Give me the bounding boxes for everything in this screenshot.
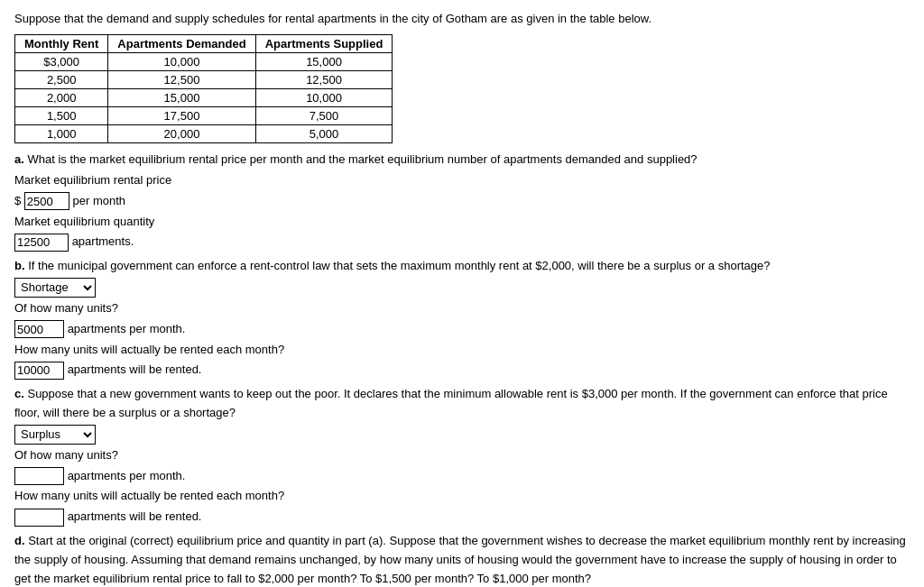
table-cell: 12,500	[255, 71, 393, 89]
of-how-many-c: Of how many units?	[14, 446, 910, 465]
supply-demand-table: Monthly Rent Apartments Demanded Apartme…	[14, 34, 393, 143]
part-d-label: d.	[14, 534, 25, 547]
table-cell: 12,500	[108, 71, 255, 89]
table-cell: 20,000	[108, 125, 255, 143]
part-c-label: c.	[14, 387, 24, 400]
rented-input-c[interactable]	[14, 509, 64, 527]
of-how-many-b: Of how many units?	[14, 299, 910, 318]
part-c-question: Suppose that a new government wants to k…	[14, 387, 888, 419]
price-input[interactable]	[24, 192, 69, 210]
part-b-label: b.	[14, 259, 25, 272]
apts-per-month-c: apartments per month.	[68, 469, 186, 482]
rented-input-b[interactable]	[14, 362, 64, 380]
col-header-demanded: Apartments Demanded	[108, 35, 255, 53]
part-b-question: If the municipal government can enforce …	[28, 259, 770, 272]
apartments-label: apartments.	[72, 234, 134, 248]
table-cell: 10,000	[255, 89, 393, 107]
quantity-label: Market equilibrium quantity	[14, 213, 910, 232]
dollar-sign: $	[14, 194, 21, 207]
table-cell: 2,000	[15, 89, 108, 107]
table-cell: 1,000	[15, 125, 108, 143]
table-cell: 7,500	[255, 107, 393, 125]
units-input-b[interactable]	[14, 320, 64, 338]
table-cell: 1,500	[15, 107, 108, 125]
table-cell: 17,500	[108, 107, 255, 125]
units-input-c[interactable]	[14, 467, 64, 485]
table-cell: 2,500	[15, 71, 108, 89]
table-cell: $3,000	[15, 53, 108, 71]
part-d-question: Start at the original (correct) equilibr…	[14, 534, 906, 585]
table-cell: 10,000	[108, 53, 255, 71]
part-a-label: a.	[14, 152, 24, 166]
col-header-supplied: Apartments Supplied	[255, 35, 393, 53]
how-many-rented-b: How many units will actually be rented e…	[14, 341, 910, 360]
part-d: d. Start at the original (correct) equil…	[14, 532, 910, 587]
market-price-label: Market equilibrium rental price	[14, 171, 910, 190]
intro-text: Suppose that the demand and supply sched…	[14, 11, 910, 27]
part-c: c. Suppose that a new government wants t…	[14, 385, 910, 527]
quantity-input[interactable]	[14, 234, 69, 252]
table-cell: 15,000	[255, 53, 393, 71]
part-b: b. If the municipal government can enfor…	[14, 257, 910, 380]
surplus-shortage-select-c[interactable]: Surplus Shortage	[14, 425, 96, 445]
table-cell: 5,000	[255, 125, 393, 143]
col-header-rent: Monthly Rent	[15, 35, 108, 53]
apts-per-month-b: apartments per month.	[68, 322, 186, 335]
will-be-rented-c: apartments will be rented.	[68, 509, 202, 523]
table-cell: 15,000	[108, 89, 255, 107]
per-month-label: per month	[72, 194, 125, 207]
part-a: a. What is the market equilibrium rental…	[14, 151, 910, 252]
part-a-question: What is the market equilibrium rental pr…	[27, 152, 697, 166]
surplus-shortage-select-b[interactable]: Shortage Surplus	[14, 278, 96, 298]
will-be-rented-b: apartments will be rented.	[68, 362, 202, 376]
how-many-rented-c: How many units will actually be rented e…	[14, 487, 910, 506]
